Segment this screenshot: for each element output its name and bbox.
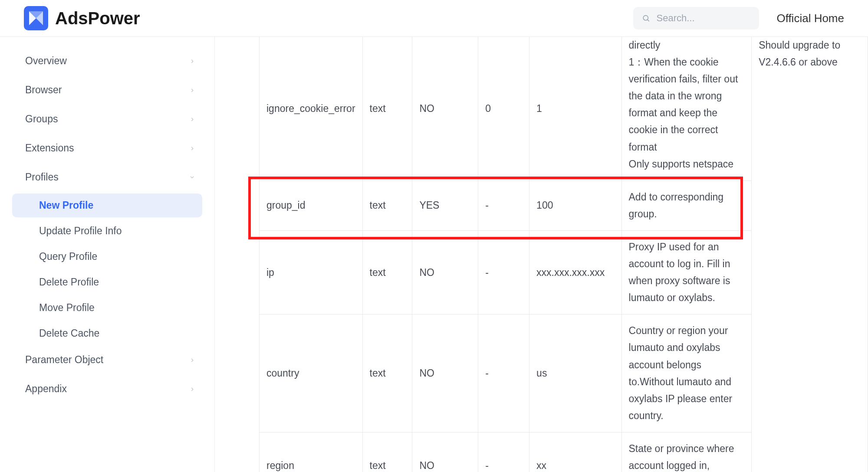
sidebar-item-label: Delete Cache [39, 328, 99, 339]
official-home-link[interactable]: Official Home [776, 12, 844, 25]
cell-default: - [478, 180, 529, 230]
cell-name: group_id [260, 180, 363, 230]
sidebar-item-label: Overview [25, 55, 67, 67]
chevron-right-icon: › [191, 144, 194, 153]
sidebar-item-label: Update Profile Info [39, 225, 122, 236]
sidebar-item-label: Profiles [25, 171, 59, 183]
sidebar-item-label: Appendix [25, 383, 67, 395]
cell-type: text [362, 432, 412, 472]
sidebar-item-parameter-object[interactable]: Parameter Object › [12, 347, 202, 373]
sidebar-item-label: Browser [25, 84, 62, 96]
cell-required: NO [412, 230, 478, 314]
sidebar-item-groups[interactable]: Groups › [12, 106, 202, 132]
cell-type: text [362, 180, 412, 230]
cell-default: - [478, 315, 529, 433]
chevron-right-icon: › [191, 384, 194, 393]
sidebar: Overview › Browser › Groups › Extensions… [0, 37, 215, 472]
sidebar-item-label: Groups [25, 113, 58, 125]
svg-point-3 [644, 16, 648, 20]
cell-example: 1 [529, 37, 621, 180]
content: ignore_cookie_error text NO 0 1 directly… [215, 37, 868, 472]
chevron-down-icon: › [188, 176, 197, 179]
cell-desc: Proxy IP used for an account to log in. … [621, 230, 752, 314]
cell-type: text [362, 230, 412, 314]
sidebar-item-extensions[interactable]: Extensions › [12, 135, 202, 161]
brand-name: AdsPower [55, 9, 140, 28]
sidebar-item-profiles[interactable]: Profiles › [12, 164, 202, 190]
cell-required: NO [412, 37, 478, 180]
chevron-right-icon: › [191, 85, 194, 95]
logo-icon [24, 6, 48, 30]
sidebar-sub-delete-profile[interactable]: Delete Profile [12, 270, 202, 294]
cell-required: NO [412, 315, 478, 433]
cell-default: 0 [478, 37, 529, 180]
cell-default: - [478, 230, 529, 314]
cell-example: xx [529, 432, 621, 472]
chevron-right-icon: › [191, 115, 194, 124]
sidebar-item-label: Query Profile [39, 251, 97, 262]
header-right: Official Home [633, 7, 844, 30]
sidebar-sub-delete-cache[interactable]: Delete Cache [12, 321, 202, 345]
cell-desc: State or province where account logged i… [621, 432, 752, 472]
cell-name: region [260, 432, 363, 472]
sidebar-sub-new-profile[interactable]: New Profile [12, 193, 202, 217]
sidebar-sub-query-profile[interactable]: Query Profile [12, 245, 202, 269]
cell-required: YES [412, 180, 478, 230]
cell-required: NO [412, 432, 478, 472]
sidebar-item-label: Parameter Object [25, 354, 103, 366]
sidebar-item-overview[interactable]: Overview › [12, 48, 202, 74]
cell-example: us [529, 315, 621, 433]
sidebar-item-browser[interactable]: Browser › [12, 77, 202, 103]
cell-note: Should upgrade to V2.4.6.6 or above [752, 37, 868, 472]
cell-name: country [260, 315, 363, 433]
sidebar-sub-update-profile-info[interactable]: Update Profile Info [12, 219, 202, 243]
brand[interactable]: AdsPower [24, 6, 140, 30]
chevron-right-icon: › [191, 355, 194, 364]
parameters-table: ignore_cookie_error text NO 0 1 directly… [259, 37, 868, 472]
cell-type: text [362, 315, 412, 433]
svg-line-4 [648, 20, 650, 22]
cell-example: xxx.xxx.xxx.xxx [529, 230, 621, 314]
chevron-right-icon: › [191, 56, 194, 66]
sidebar-item-label: Move Profile [39, 302, 95, 313]
cell-desc: directly 1：When the cookie verification … [621, 37, 752, 180]
cell-name: ignore_cookie_error [260, 37, 363, 180]
search-icon [642, 13, 650, 23]
cell-desc: Add to corresponding group. [621, 180, 752, 230]
cell-desc: Country or region your lumauto and oxyla… [621, 315, 752, 433]
cell-default: - [478, 432, 529, 472]
sidebar-item-label: Extensions [25, 142, 74, 154]
cell-example: 100 [529, 180, 621, 230]
sidebar-item-label: New Profile [39, 200, 93, 211]
sidebar-sub-move-profile[interactable]: Move Profile [12, 296, 202, 320]
cell-name: ip [260, 230, 363, 314]
cell-type: text [362, 37, 412, 180]
table-row: ignore_cookie_error text NO 0 1 directly… [260, 37, 868, 180]
search-input[interactable] [657, 13, 751, 24]
search-box[interactable] [633, 7, 759, 30]
sidebar-item-appendix[interactable]: Appendix › [12, 376, 202, 402]
sidebar-item-label: Delete Profile [39, 276, 99, 288]
header: AdsPower Official Home [0, 0, 868, 37]
